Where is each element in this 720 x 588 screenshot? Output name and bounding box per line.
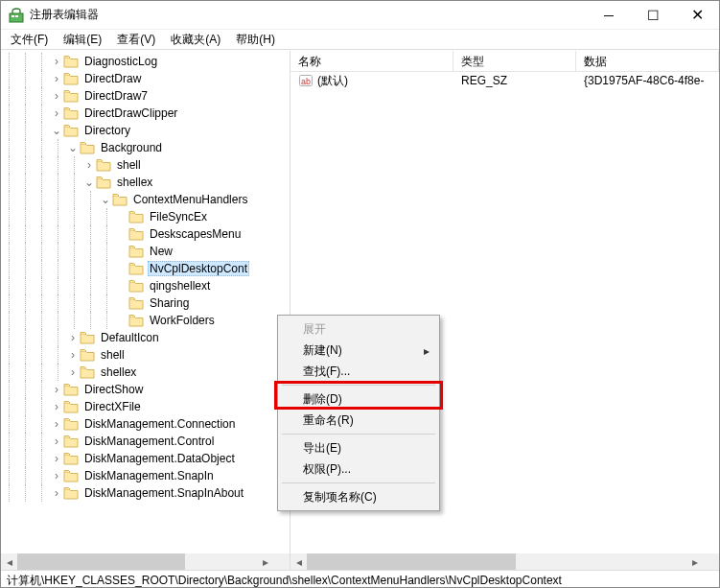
- tree-label: ContextMenuHandlers: [131, 192, 249, 207]
- tree-item[interactable]: ›DiskManagement.SnapInAbout: [1, 484, 290, 502]
- menu-favorites[interactable]: 收藏夹(A): [167, 30, 224, 50]
- values-horizontal-scrollbar[interactable]: ◂ ▸: [290, 553, 703, 570]
- expander-none: [115, 243, 128, 260]
- value-row[interactable]: ab(默认)REG_SZ{3D1975AF-48C6-4f8e-: [290, 72, 719, 89]
- folder-icon: [80, 348, 95, 362]
- separator: [282, 482, 435, 483]
- menu-view[interactable]: 查看(V): [113, 30, 159, 50]
- chevron-right-icon[interactable]: ›: [50, 381, 63, 398]
- chevron-right-icon[interactable]: ›: [66, 346, 80, 364]
- tree-item[interactable]: ⌄ContextMenuHandlers: [1, 191, 290, 208]
- folder-icon: [128, 210, 144, 223]
- ctx-permissions[interactable]: 权限(P)...: [280, 459, 437, 480]
- ctx-copy-key-name[interactable]: 复制项名称(C): [280, 486, 437, 507]
- chevron-right-icon[interactable]: ›: [50, 398, 63, 415]
- tree-label: DirectXFile: [82, 399, 143, 414]
- tree-item[interactable]: ⌄shellex: [1, 174, 290, 191]
- chevron-down-icon[interactable]: ⌄: [50, 122, 63, 139]
- chevron-down-icon[interactable]: ⌄: [99, 191, 112, 208]
- tree-item[interactable]: ›shell: [1, 156, 290, 174]
- chevron-right-icon[interactable]: ›: [66, 329, 80, 346]
- scroll-corner: [273, 553, 290, 570]
- tree-item[interactable]: ›DirectShow: [1, 381, 290, 398]
- chevron-right-icon[interactable]: ›: [50, 105, 63, 122]
- tree-label: DiskManagement.DataObject: [82, 451, 237, 466]
- close-button[interactable]: ✕: [675, 1, 719, 30]
- expander-none: [115, 260, 128, 277]
- scroll-left-icon[interactable]: ◂: [1, 553, 17, 570]
- tree-item[interactable]: ›shell: [1, 346, 290, 364]
- svg-rect-2: [15, 15, 18, 17]
- column-name[interactable]: 名称: [290, 51, 453, 71]
- column-data[interactable]: 数据: [576, 51, 719, 71]
- chevron-right-icon[interactable]: ›: [50, 53, 63, 70]
- ctx-export[interactable]: 导出(E): [280, 437, 437, 459]
- tree-item[interactable]: ›DiagnosticLog: [1, 53, 290, 70]
- registry-tree[interactable]: ›DiagnosticLog›DirectDraw›DirectDraw7›Di…: [1, 51, 290, 502]
- tree-label: DiskManagement.SnapInAbout: [82, 485, 245, 501]
- ctx-rename[interactable]: 重命名(R): [280, 410, 437, 431]
- title-bar: 注册表编辑器 ─ ☐ ✕: [1, 1, 719, 30]
- tree-pane: ›DiagnosticLog›DirectDraw›DirectDraw7›Di…: [1, 51, 290, 570]
- tree-item[interactable]: ›DirectDraw: [1, 70, 290, 87]
- menu-help[interactable]: 帮助(H): [232, 30, 279, 50]
- context-menu: 展开 新建(N)▸ 查找(F)... 删除(D) 重命名(R) 导出(E) 权限…: [277, 315, 440, 511]
- folder-icon: [63, 417, 79, 431]
- tree-item[interactable]: ›DiskManagement.Connection: [1, 415, 290, 433]
- chevron-right-icon[interactable]: ›: [50, 70, 63, 87]
- tree-item[interactable]: ⌄Background: [1, 139, 290, 156]
- tree-item[interactable]: ›DiskManagement.Control: [1, 433, 290, 450]
- tree-item[interactable]: Sharing: [1, 294, 290, 312]
- svg-rect-1: [12, 15, 14, 17]
- tree-item[interactable]: DeskscapesMenu: [1, 225, 290, 243]
- tree-label: New: [148, 244, 174, 259]
- ctx-new[interactable]: 新建(N)▸: [280, 340, 437, 361]
- separator: [282, 434, 435, 435]
- tree-item[interactable]: ›DirectXFile: [1, 398, 290, 415]
- folder-icon: [80, 365, 95, 379]
- menu-edit[interactable]: 编辑(E): [59, 30, 105, 50]
- tree-item[interactable]: NvCplDesktopCont: [1, 260, 290, 277]
- folder-icon: [63, 55, 79, 68]
- menu-file[interactable]: 文件(F): [7, 30, 52, 50]
- chevron-right-icon[interactable]: ›: [50, 467, 63, 484]
- chevron-right-icon[interactable]: ›: [50, 87, 63, 105]
- tree-item[interactable]: FileSyncEx: [1, 208, 290, 225]
- maximize-button[interactable]: ☐: [631, 1, 675, 30]
- tree-label: DiskManagement.SnapIn: [82, 468, 216, 483]
- tree-item[interactable]: qingshellext: [1, 277, 290, 294]
- folder-icon: [63, 106, 79, 120]
- folder-icon: [128, 262, 144, 275]
- values-header: 名称 类型 数据: [290, 51, 719, 72]
- tree-item[interactable]: ›DefaultIcon: [1, 329, 290, 346]
- column-type[interactable]: 类型: [453, 51, 576, 71]
- tree-item[interactable]: ›DirectDraw7: [1, 87, 290, 105]
- tree-item[interactable]: ⌄Directory: [1, 122, 290, 139]
- chevron-right-icon[interactable]: ›: [50, 433, 63, 450]
- chevron-down-icon[interactable]: ⌄: [82, 174, 96, 191]
- chevron-right-icon[interactable]: ›: [50, 415, 63, 433]
- ctx-delete[interactable]: 删除(D): [280, 388, 437, 410]
- folder-icon: [63, 124, 79, 137]
- minimize-button[interactable]: ─: [587, 1, 631, 30]
- chevron-down-icon[interactable]: ⌄: [66, 139, 80, 156]
- tree-label: shellex: [99, 365, 138, 380]
- tree-item[interactable]: WorkFolders: [1, 312, 290, 329]
- scroll-left-icon[interactable]: ◂: [290, 553, 307, 570]
- tree-item[interactable]: ›DirectDrawClipper: [1, 105, 290, 122]
- chevron-right-icon[interactable]: ›: [50, 450, 63, 467]
- ctx-find[interactable]: 查找(F)...: [280, 361, 437, 382]
- chevron-right-icon[interactable]: ›: [50, 484, 63, 502]
- svg-text:ab: ab: [301, 77, 311, 86]
- scroll-right-icon[interactable]: ▸: [257, 553, 273, 570]
- tree-item[interactable]: ›DiskManagement.DataObject: [1, 450, 290, 467]
- tree-label: DirectShow: [82, 382, 145, 397]
- chevron-right-icon[interactable]: ›: [66, 364, 80, 381]
- tree-horizontal-scrollbar[interactable]: ◂ ▸: [1, 553, 273, 570]
- tree-item[interactable]: ›DiskManagement.SnapIn: [1, 467, 290, 484]
- tree-item[interactable]: New: [1, 243, 290, 260]
- window-title: 注册表编辑器: [30, 7, 99, 23]
- scroll-right-icon[interactable]: ▸: [686, 553, 703, 570]
- tree-item[interactable]: ›shellex: [1, 364, 290, 381]
- chevron-right-icon[interactable]: ›: [82, 156, 96, 174]
